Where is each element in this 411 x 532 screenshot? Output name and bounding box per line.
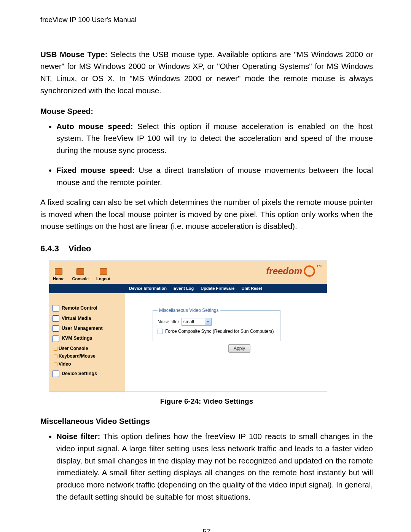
auto-label: Auto mouse speed: bbox=[56, 122, 133, 131]
figure-caption: Figure 6-24: Video Settings bbox=[40, 396, 373, 407]
nav-home-label: Home bbox=[53, 276, 65, 282]
blue-menu-bar: Device Information Event Log Update Firm… bbox=[49, 284, 327, 293]
chevron-down-icon: ▾ bbox=[205, 318, 211, 325]
running-header: freeView IP 100 User's Manual bbox=[40, 14, 373, 26]
force-composite-sync-label: Force Composite Sync (Required for Sun C… bbox=[165, 328, 274, 335]
monitor-icon bbox=[52, 305, 59, 312]
list-item: Auto mouse speed: Select this option if … bbox=[56, 120, 373, 157]
home-icon bbox=[55, 268, 62, 275]
section-title: Video bbox=[68, 244, 91, 253]
logout-icon bbox=[100, 268, 107, 275]
top-nav: Home Console Logout bbox=[53, 268, 110, 282]
nav-console[interactable]: Console bbox=[72, 268, 89, 282]
sidebar-item-virtual-media[interactable]: Virtual Media bbox=[52, 315, 122, 322]
brand-logo: freedom TM bbox=[266, 264, 322, 278]
square-bullet-icon bbox=[54, 363, 57, 366]
noise-filter-body: This option defines how the freeView IP … bbox=[56, 432, 373, 501]
misc-video-settings-fieldset: Miscellaneous Video Settings Noise filte… bbox=[153, 307, 280, 341]
paragraph-fixed-scaling: A fixed scaling can also be set which de… bbox=[40, 196, 373, 232]
sidebar-item-label: KVM Settings bbox=[62, 335, 92, 342]
brand-tm: TM bbox=[317, 264, 322, 269]
noise-filter-value: small bbox=[182, 318, 205, 326]
fixed-label: Fixed mouse speed: bbox=[56, 166, 135, 174]
mouse-speed-heading: Mouse Speed: bbox=[40, 105, 373, 117]
misc-video-list: Noise filter: This option defines how th… bbox=[40, 430, 373, 503]
nav-logout[interactable]: Logout bbox=[96, 268, 110, 282]
fieldset-legend: Miscellaneous Video Settings bbox=[158, 307, 220, 314]
sidebar-item-user-management[interactable]: User Management bbox=[52, 325, 122, 332]
paragraph-usb: USB Mouse Type: Selects the USB mouse ty… bbox=[40, 48, 373, 97]
app-topbar: Home Console Logout freedom TM bbox=[49, 261, 327, 284]
noise-filter-label: Noise filter bbox=[158, 318, 179, 326]
sidebar-item-device-settings[interactable]: Device Settings bbox=[52, 370, 122, 377]
menu-event-log[interactable]: Event Log bbox=[174, 285, 194, 292]
app-window: Home Console Logout freedom TM bbox=[49, 260, 327, 392]
apply-button[interactable]: Apply bbox=[228, 344, 250, 353]
misc-video-heading: Miscellaneous Video Settings bbox=[40, 415, 373, 427]
brand-circle-icon bbox=[304, 265, 315, 277]
device-icon bbox=[52, 371, 59, 377]
sidebar-sub-keyboard-mouse[interactable]: Keyboard/Mouse bbox=[54, 353, 122, 360]
menu-update-firmware[interactable]: Update Firmware bbox=[201, 285, 234, 292]
menu-unit-reset[interactable]: Unit Reset bbox=[241, 285, 262, 292]
square-bullet-icon bbox=[54, 347, 57, 351]
list-item: Noise filter: This option defines how th… bbox=[56, 430, 373, 503]
sidebar: Remote Control Virtual Media User Manage… bbox=[49, 293, 125, 391]
usb-label: USB Mouse Type: bbox=[40, 50, 108, 59]
sidebar-sub-video[interactable]: Video bbox=[54, 361, 122, 368]
kvm-icon bbox=[52, 335, 59, 342]
list-item: Fixed mouse speed: Use a direct translat… bbox=[56, 164, 373, 189]
sidebar-item-label: Device Settings bbox=[62, 370, 97, 377]
nav-logout-label: Logout bbox=[96, 276, 110, 282]
force-composite-sync-checkbox[interactable] bbox=[158, 329, 163, 334]
sidebar-item-label: Virtual Media bbox=[62, 315, 91, 322]
section-number: 6.4.3 bbox=[40, 242, 68, 255]
main-panel: Miscellaneous Video Settings Noise filte… bbox=[125, 293, 327, 391]
page-number: 57 bbox=[40, 526, 373, 532]
sidebar-item-label: User Management bbox=[62, 325, 103, 332]
section-heading: 6.4.3Video bbox=[40, 242, 373, 255]
users-icon bbox=[52, 325, 59, 332]
mouse-speed-list: Auto mouse speed: Select this option if … bbox=[40, 120, 373, 189]
figure-video-settings: Home Console Logout freedom TM bbox=[49, 260, 373, 392]
sidebar-item-kvm-settings[interactable]: KVM Settings bbox=[52, 335, 122, 342]
sidebar-sub-user-console[interactable]: User Console bbox=[54, 345, 122, 352]
nav-home[interactable]: Home bbox=[53, 268, 65, 282]
sidebar-item-label: Remote Control bbox=[62, 305, 97, 312]
console-icon bbox=[76, 268, 84, 275]
sidebar-item-remote-control[interactable]: Remote Control bbox=[52, 305, 122, 312]
noise-filter-select[interactable]: small ▾ bbox=[182, 318, 212, 326]
square-bullet-icon bbox=[54, 355, 57, 358]
nav-console-label: Console bbox=[72, 276, 89, 282]
noise-filter-lead: Noise filter: bbox=[56, 432, 100, 441]
disc-icon bbox=[52, 315, 59, 322]
brand-text: freedom bbox=[266, 264, 302, 278]
menu-device-information[interactable]: Device Information bbox=[129, 285, 167, 292]
